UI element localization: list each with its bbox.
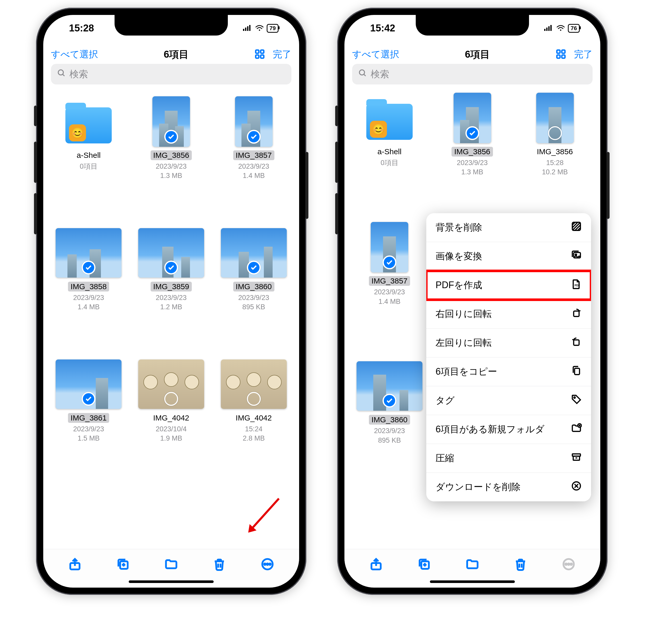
file-item[interactable]: IMG_4042 2023/10/41.9 MB [131,359,212,490]
menu-compress[interactable]: 圧縮 [426,444,591,473]
thumbnail [55,360,121,409]
done-button[interactable]: 完了 [273,48,291,61]
file-name: IMG_3857 [369,276,410,286]
svg-rect-3 [249,25,251,31]
check-icon [81,392,95,406]
file-item[interactable]: IMG_3857 2023/9/231.4 MB [350,222,429,306]
nav-bar: すべて選択 6項目 完了 [43,43,299,66]
share-button[interactable] [68,557,82,572]
delete-button[interactable] [514,557,527,572]
context-menu: 背景を削除 画像を変換 PDFを作成PDF 右回りに回転 左回りに回転 6項目を… [426,213,591,501]
file-item[interactable]: IMG_3856 2023/9/231.3 MB [131,96,212,227]
menu-rotate-ccw[interactable]: 左回りに回転 [426,328,591,358]
svg-rect-5 [256,50,259,53]
file-name: IMG_3857 [233,151,275,160]
menu-create-pdf[interactable]: PDFを作成PDF [426,271,591,300]
file-item[interactable]: IMG_3860 2023/9/23895 KB [350,360,429,445]
move-button[interactable] [465,557,479,572]
thumbnail [221,228,287,278]
check-icon [81,260,95,275]
file-column: 😊 a-Shell 0項目 IMG_3857 2023/9/231.4 MB I… [350,92,429,549]
file-name: IMG_4042 [150,413,192,423]
rotate-cw-icon [571,307,582,321]
delete-button[interactable] [212,557,226,572]
more-button[interactable] [562,557,575,572]
cellular-icon [544,23,554,34]
search-field[interactable]: 検索 [51,64,291,85]
file-item[interactable]: IMG_3860 2023/9/23895 KB [213,227,294,359]
svg-rect-22 [562,50,565,53]
move-button[interactable] [164,557,178,572]
menu-convert-image[interactable]: 画像を変換 [426,242,591,271]
menu-new-folder[interactable]: 6項目がある新規フォルダ [426,415,591,444]
svg-rect-6 [260,50,264,53]
file-item[interactable]: IMG_3861 2023/9/231.5 MB [48,359,129,490]
copy-icon [571,365,582,378]
hollow-check-icon [548,126,562,140]
file-name: IMG_3859 [150,282,192,292]
file-item[interactable]: 😊 a-Shell 0項目 [350,92,429,167]
rotate-ccw-icon [571,336,582,349]
file-item[interactable]: IMG_3857 2023/9/231.4 MB [213,96,294,227]
thumbnail [221,360,287,409]
menu-remove-download[interactable]: ダウンロードを削除 [426,473,591,501]
svg-rect-30 [574,311,579,317]
file-item[interactable]: IMG_3856 2023/9/231.3 MB [432,92,513,177]
more-button[interactable] [260,557,275,572]
file-name: IMG_3861 [68,413,109,423]
file-name: IMG_3856 [534,147,575,157]
file-item[interactable]: IMG_3858 2023/9/231.4 MB [48,227,129,359]
svg-rect-18 [548,26,549,31]
screen: 15:28 79 すべて選択 6項目 完了 検索 [43,15,299,588]
nav-bar: すべて選択 6項目 完了 [345,43,600,66]
done-button[interactable]: 完了 [574,48,593,61]
menu-copy[interactable]: 6項目をコピー [426,358,591,386]
select-all-button[interactable]: すべて選択 [352,48,399,61]
wifi-icon [255,23,264,34]
battery-icon: 79 [267,24,279,33]
new-folder-icon [571,423,582,436]
thumbnail [536,93,574,143]
file-name: IMG_3860 [369,415,410,424]
search-placeholder: 検索 [70,68,88,80]
notch [115,15,228,36]
svg-rect-32 [574,368,580,375]
duplicate-button[interactable] [417,557,431,572]
notch [416,15,529,36]
check-icon [382,394,396,408]
svg-rect-19 [550,25,552,31]
menu-tag[interactable]: タグ [426,386,591,415]
svg-rect-17 [546,27,547,31]
cellular-icon [243,23,252,34]
file-grid: 😊 a-Shell 0項目 IMG_3856 2023/9/231.3 MB I… [43,92,299,549]
svg-rect-2 [247,26,249,31]
status-time: 15:42 [370,23,395,34]
folder-icon: 😊 [366,104,413,140]
status-time: 15:28 [69,23,94,34]
menu-remove-background[interactable]: 背景を削除 [426,213,591,242]
file-item[interactable]: IMG_4042 15:242.8 MB [213,359,294,490]
view-grid-icon[interactable] [556,49,566,61]
search-placeholder: 検索 [371,68,389,80]
svg-rect-31 [574,340,579,345]
image-stack-icon [571,250,582,263]
thumbnail [152,96,190,147]
home-indicator[interactable] [129,580,214,583]
battery-icon: 76 [568,24,580,33]
file-item[interactable]: IMG_3856 15:2810.2 MB [515,92,595,177]
menu-rotate-cw[interactable]: 右回りに回転 [426,300,591,328]
folder-icon: 😊 [65,107,112,143]
search-field[interactable]: 検索 [352,64,593,85]
home-indicator[interactable] [430,580,515,583]
file-row-top: IMG_3856 2023/9/231.3 MB IMG_3856 15:281… [432,92,595,177]
page-title: 6項目 [465,48,490,61]
file-item[interactable]: IMG_3859 2023/9/231.2 MB [131,227,212,359]
thumbnail [138,360,204,409]
select-all-button[interactable]: すべて選択 [51,48,98,61]
svg-rect-0 [243,29,244,31]
share-button[interactable] [369,557,383,572]
toolbar [43,549,299,580]
view-grid-icon[interactable] [254,49,265,61]
file-item[interactable]: 😊 a-Shell 0項目 [48,96,129,227]
duplicate-button[interactable] [116,557,130,572]
